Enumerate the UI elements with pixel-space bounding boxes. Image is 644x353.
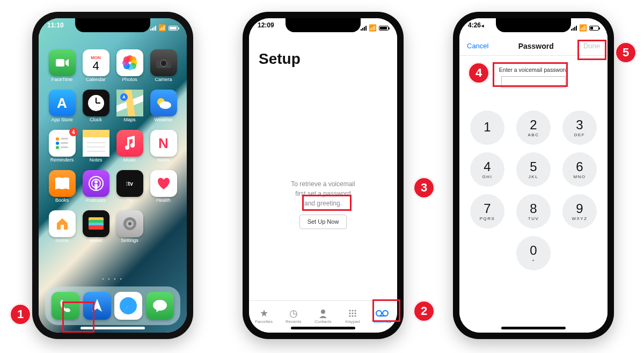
setup-now-button[interactable]: Set Up Now bbox=[299, 215, 347, 229]
dock-safari[interactable] bbox=[114, 292, 142, 320]
app-weather[interactable]: Weather bbox=[149, 90, 178, 122]
battery-icon bbox=[589, 26, 599, 31]
highlight-box-1 bbox=[62, 301, 94, 333]
key-8[interactable]: 8TUV bbox=[516, 194, 551, 229]
app-wallet[interactable]: Wallet bbox=[81, 210, 111, 243]
tab-favorites[interactable]: ★Favorites bbox=[249, 308, 279, 324]
svg-point-52 bbox=[349, 315, 351, 317]
app-grid: FaceTime MON4Calendar Photos Camera AApp… bbox=[39, 49, 187, 243]
svg-point-54 bbox=[355, 315, 356, 317]
svg-rect-10 bbox=[161, 57, 166, 60]
svg-point-19 bbox=[56, 137, 59, 141]
app-podcasts[interactable]: Podcasts bbox=[81, 170, 111, 203]
svg-point-21 bbox=[56, 146, 59, 149]
svg-rect-24 bbox=[61, 146, 68, 148]
app-photos[interactable]: Photos bbox=[115, 49, 144, 82]
battery-icon bbox=[169, 26, 178, 31]
page-title: Setup bbox=[259, 50, 301, 68]
app-facetime[interactable]: FaceTime bbox=[47, 49, 77, 82]
phone-password: 4:26 ◂ 📶 Cancel Password Done Enter a vo… bbox=[453, 12, 614, 339]
highlight-box-2 bbox=[372, 299, 400, 322]
key-7[interactable]: 7PQRS bbox=[470, 194, 504, 229]
phone-setup: 12:09 📶 Setup To retrieve a voicemail fi… bbox=[243, 12, 404, 339]
tab-contacts[interactable]: Contacts bbox=[308, 308, 338, 324]
status-time: 12:09 bbox=[258, 21, 274, 34]
app-appstore[interactable]: AApp Store bbox=[47, 90, 77, 122]
page-dots: • • • • bbox=[39, 276, 187, 281]
svg-point-11 bbox=[160, 60, 167, 67]
badge: 4 bbox=[69, 128, 78, 136]
tutorial-canvas: 11:10 📶 FaceTime MON4Calendar Photos Cam… bbox=[0, 0, 644, 353]
notch bbox=[286, 18, 361, 32]
callout-1: 1 bbox=[10, 304, 31, 325]
key-0[interactable]: 0+ bbox=[516, 236, 551, 270]
app-home[interactable]: Home bbox=[47, 210, 77, 243]
cancel-button[interactable]: Cancel bbox=[467, 42, 488, 50]
svg-point-49 bbox=[349, 312, 351, 314]
signal-icon bbox=[571, 26, 577, 31]
svg-point-46 bbox=[349, 310, 351, 311]
highlight-box-5 bbox=[577, 40, 606, 60]
wifi-icon: 📶 bbox=[579, 24, 587, 32]
svg-rect-0 bbox=[56, 59, 64, 67]
nav-title: Password bbox=[518, 42, 554, 50]
home-indicator[interactable] bbox=[291, 327, 355, 329]
person-icon bbox=[318, 308, 328, 319]
svg-point-8 bbox=[123, 56, 130, 63]
signal-icon bbox=[361, 26, 367, 31]
callout-5: 5 bbox=[615, 42, 636, 63]
callout-4: 4 bbox=[468, 62, 489, 84]
wifi-icon: 📶 bbox=[158, 24, 166, 32]
app-health[interactable]: Health bbox=[149, 170, 178, 203]
home-indicator[interactable] bbox=[501, 327, 566, 329]
notch bbox=[496, 18, 571, 32]
status-time: 4:26 ◂ bbox=[468, 21, 484, 34]
key-4[interactable]: 4GHI bbox=[470, 152, 504, 187]
status-time: 11:10 bbox=[47, 21, 64, 34]
key-5[interactable]: 5JKL bbox=[516, 152, 551, 187]
app-books[interactable]: Books bbox=[47, 170, 77, 203]
app-maps[interactable]: Maps bbox=[115, 90, 144, 122]
dock-messages[interactable] bbox=[146, 292, 174, 320]
clock-icon: ◷ bbox=[289, 308, 298, 319]
svg-point-50 bbox=[352, 312, 354, 314]
status-indicators: 📶 bbox=[571, 21, 599, 34]
app-tv[interactable]: tvTV bbox=[115, 170, 144, 203]
app-notes[interactable]: Notes bbox=[81, 130, 111, 163]
app-settings[interactable]: Settings bbox=[115, 210, 144, 243]
app-calendar[interactable]: MON4Calendar bbox=[81, 49, 111, 82]
app-clock[interactable]: Clock bbox=[81, 90, 111, 122]
keypad-icon bbox=[348, 308, 357, 319]
svg-point-53 bbox=[352, 315, 354, 317]
key-2[interactable]: 2ABC bbox=[516, 111, 551, 145]
svg-point-45 bbox=[321, 310, 325, 314]
tab-keypad[interactable]: Keypad bbox=[338, 308, 368, 324]
tab-recents[interactable]: ◷Recents bbox=[279, 308, 308, 324]
battery-icon bbox=[379, 26, 389, 31]
highlight-box-3 bbox=[302, 195, 352, 211]
svg-rect-37 bbox=[89, 225, 104, 230]
app-music[interactable]: Music bbox=[115, 130, 144, 163]
key-9[interactable]: 9WXYZ bbox=[562, 194, 597, 229]
svg-point-20 bbox=[56, 142, 59, 145]
status-indicators: 📶 bbox=[361, 21, 389, 34]
app-reminders[interactable]: 4Reminders bbox=[47, 130, 77, 163]
key-1[interactable]: 1 bbox=[470, 111, 504, 145]
svg-point-51 bbox=[355, 312, 356, 314]
app-camera[interactable]: Camera bbox=[149, 49, 178, 82]
callout-2: 2 bbox=[413, 300, 435, 322]
svg-rect-22 bbox=[61, 138, 68, 139]
star-icon: ★ bbox=[260, 308, 268, 319]
notch bbox=[75, 18, 150, 32]
svg-point-47 bbox=[352, 310, 354, 311]
callout-3: 3 bbox=[413, 177, 435, 198]
signal-icon bbox=[150, 26, 156, 31]
svg-point-40 bbox=[128, 222, 131, 225]
svg-rect-25 bbox=[83, 130, 109, 137]
phone-home: 11:10 📶 FaceTime MON4Calendar Photos Cam… bbox=[32, 12, 193, 339]
key-3[interactable]: 3DEF bbox=[562, 111, 597, 145]
highlight-box-4 bbox=[493, 62, 568, 87]
key-6[interactable]: 6MNO bbox=[562, 152, 597, 187]
svg-point-48 bbox=[355, 310, 356, 311]
app-news[interactable]: NNews bbox=[149, 130, 178, 163]
